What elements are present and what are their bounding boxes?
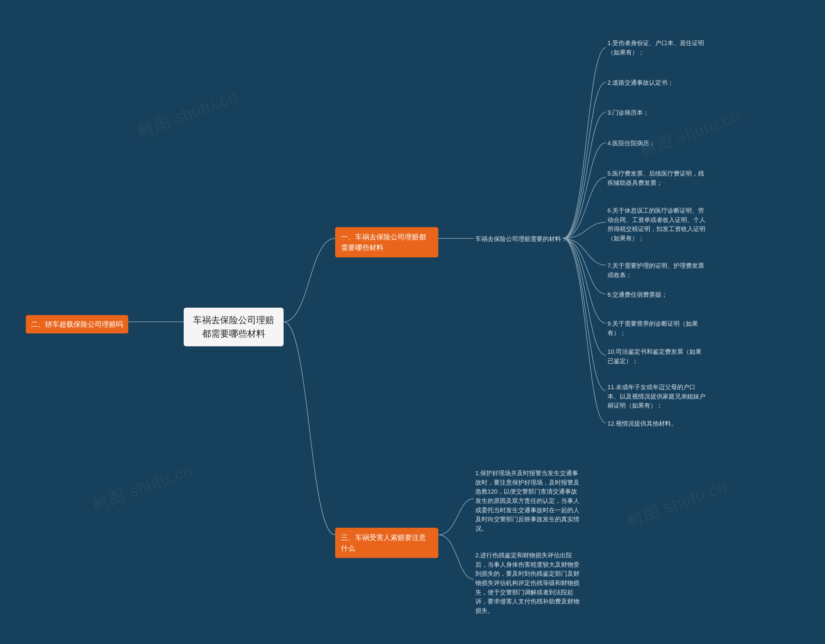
leaf-a-10[interactable]: 10.司法鉴定书和鉴定费发票（如果已鉴定）； (607, 347, 708, 366)
watermark: 树图 shutu.cn (624, 476, 730, 531)
leaf-text: 7.关于需要护理的证明、护理费发票或收条； (607, 262, 704, 278)
branch-a[interactable]: 一、车祸去保险公司理赔都需要哪些材料 (335, 227, 438, 257)
root-title: 车祸去保险公司理赔都需要哪些材料 (193, 315, 274, 338)
branch-a-title: 一、车祸去保险公司理赔都需要哪些材料 (341, 233, 426, 252)
branch-c-title: 三、车祸受害人索赔要注意什么 (341, 533, 426, 552)
leaf-text: 3.门诊病历本； (607, 109, 649, 116)
leaf-c-1[interactable]: 1.保护好现场并及时报警当发生交通事故时，要注意保护好现场，及时报警及急救120… (475, 469, 582, 533)
leaf-a-3[interactable]: 3.门诊病历本； (607, 108, 708, 117)
leaf-text: 12.视情况提供其他材料。 (607, 420, 677, 427)
branch-left-title: 二、轿车超载保险公司理赔吗 (31, 320, 123, 328)
leaf-a-8[interactable]: 8.交通费住宿费票据； (607, 290, 708, 300)
leaf-a-4[interactable]: 4.医院住院病历； (607, 139, 708, 148)
leaf-text: 9.关于需要营养的诊断证明（如果有）； (607, 320, 698, 336)
leaf-c-2[interactable]: 2.进行伤残鉴定和财物损失评估出院后，当事人身体伤害程度较大及财物受到损失的，要… (475, 551, 582, 616)
leaf-text: 11.未成年子女或年迈父母的户口本、以及视情况提供家庭兄弟姐妹户籍证明（如果有）… (607, 384, 705, 409)
watermark: 树图 shutu.cn (135, 86, 240, 142)
leaf-a-5[interactable]: 5.医疗费发票、后续医疗费证明，残疾辅助器具费发票； (607, 169, 708, 187)
leaf-text: 4.医院住院病历； (607, 140, 655, 147)
leaf-a-9[interactable]: 9.关于需要营养的诊断证明（如果有）； (607, 319, 708, 338)
leaf-a-12[interactable]: 12.视情况提供其他材料。 (607, 419, 708, 428)
watermark: 树图 shutu.cn (90, 459, 195, 516)
leaf-text: 10.司法鉴定书和鉴定费发票（如果已鉴定）； (607, 348, 701, 364)
branch-c[interactable]: 三、车祸受害人索赔要注意什么 (335, 528, 438, 558)
leaf-text: 1.保护好现场并及时报警当发生交通事故时，要注意保护好现场，及时报警及急救120… (475, 470, 579, 532)
leaf-a-1[interactable]: 1.受伤者身份证、户口本、居住证明（如果有）； (607, 39, 708, 57)
leaf-text: 5.医疗费发票、后续医疗费证明，残疾辅助器具费发票； (607, 170, 704, 186)
leaf-text: 2.进行伤残鉴定和财物损失评估出院后，当事人身体伤害程度较大及财物受到损失的，要… (475, 552, 579, 614)
root-node[interactable]: 车祸去保险公司理赔都需要哪些材料 (184, 308, 284, 346)
branch-left[interactable]: 二、轿车超载保险公司理赔吗 (26, 315, 128, 334)
mid-a-text: 车祸去保险公司理赔需要的材料： (475, 235, 567, 242)
mid-a[interactable]: 车祸去保险公司理赔需要的材料： (475, 235, 567, 244)
leaf-a-7[interactable]: 7.关于需要护理的证明、护理费发票或收条； (607, 261, 708, 280)
leaf-text: 2.道路交通事故认定书； (607, 79, 674, 86)
leaf-text: 8.交通费住宿费票据； (607, 291, 667, 298)
leaf-text: 1.受伤者身份证、户口本、居住证明（如果有）； (607, 40, 704, 56)
leaf-a-2[interactable]: 2.道路交通事故认定书； (607, 78, 708, 88)
leaf-a-6[interactable]: 6.关于休息误工的医疗诊断证明、劳动合同、工资单或者收入证明、个人所得税交税证明… (607, 206, 708, 243)
leaf-a-11[interactable]: 11.未成年子女或年迈父母的户口本、以及视情况提供家庭兄弟姐妹户籍证明（如果有）… (607, 383, 708, 411)
leaf-text: 6.关于休息误工的医疗诊断证明、劳动合同、工资单或者收入证明、个人所得税交税证明… (607, 207, 705, 242)
